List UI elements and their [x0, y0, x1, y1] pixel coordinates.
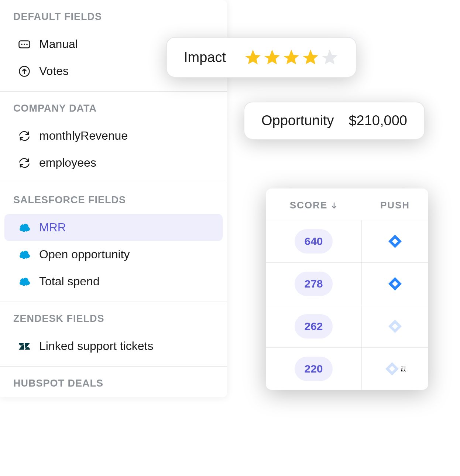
svg-point-2	[24, 44, 25, 45]
sidebar-item-label: MRR	[39, 221, 66, 234]
svg-point-1	[21, 44, 23, 45]
table-row: 262	[266, 305, 428, 348]
score-cell: 262	[266, 305, 362, 347]
section-header: COMPANY DATA	[0, 92, 227, 122]
jira-icon	[387, 318, 403, 334]
sidebar-item-label: Votes	[39, 64, 69, 78]
push-cell[interactable]	[362, 263, 428, 305]
sidebar-item-label: monthlyRevenue	[39, 129, 128, 143]
arrow-up-circle-icon	[18, 65, 31, 78]
section-hubspot-deals: HUBSPOT DEALS	[0, 367, 227, 397]
manual-icon	[18, 38, 31, 51]
star-icon	[282, 48, 301, 67]
jira-icon	[384, 361, 400, 377]
column-header-label: PUSH	[380, 200, 410, 211]
score-push-table: SCORE PUSH 640 278	[266, 188, 428, 390]
section-header: ZENDESK FIELDS	[0, 302, 227, 333]
jira-icon	[387, 233, 403, 249]
score-badge: 220	[295, 357, 332, 381]
sidebar-item-label: Linked support tickets	[39, 339, 154, 353]
sidebar-item-open-opportunity[interactable]: Open opportunity	[4, 241, 223, 268]
section-header: HUBSPOT DEALS	[0, 367, 227, 397]
sync-icon	[18, 129, 31, 143]
star-icon	[320, 48, 339, 67]
push-cell[interactable]	[362, 220, 428, 262]
score-cell: 640	[266, 220, 362, 262]
star-icon	[244, 48, 262, 67]
table-header: SCORE PUSH	[266, 188, 428, 220]
opportunity-value: $210,000	[349, 113, 407, 129]
score-badge: 262	[295, 314, 332, 339]
star-rating[interactable]	[244, 48, 339, 67]
score-badge: 640	[295, 229, 332, 254]
arrow-down-icon	[330, 202, 338, 209]
salesforce-icon	[18, 248, 31, 261]
opportunity-pill: Opportunity $210,000	[244, 102, 425, 140]
sidebar-item-label: Total spend	[39, 275, 100, 288]
salesforce-icon	[18, 221, 31, 234]
section-zendesk-fields: ZENDESK FIELDS Linked support tickets	[0, 302, 227, 366]
section-salesforce-fields: SALESFORCE FIELDS MRR Open opportunity	[0, 183, 227, 302]
push-cell[interactable]: 깂	[362, 348, 428, 390]
sidebar-item-total-spend[interactable]: Total spend	[4, 268, 223, 295]
salesforce-icon	[18, 275, 31, 288]
impact-pill: Impact	[166, 37, 357, 78]
sidebar-item-label: employees	[39, 156, 96, 170]
score-cell: 278	[266, 263, 362, 305]
sidebar-item-mrr[interactable]: MRR	[4, 214, 223, 241]
svg-point-3	[26, 44, 28, 45]
section-header: DEFAULT FIELDS	[0, 0, 227, 31]
star-icon	[301, 48, 320, 67]
table-body: 640 278 262	[266, 220, 428, 390]
section-company-data: COMPANY DATA monthlyRevenue	[0, 92, 227, 183]
zendesk-icon	[18, 340, 31, 353]
score-cell: 220	[266, 348, 362, 390]
section-header: SALESFORCE FIELDS	[0, 183, 227, 214]
sidebar-item-label: Manual	[39, 37, 78, 51]
sync-icon	[18, 156, 31, 170]
sidebar-item-employees[interactable]: employees	[4, 149, 223, 176]
star-icon	[263, 48, 281, 67]
opportunity-label: Opportunity	[261, 113, 334, 129]
sidebar-item-monthly-revenue[interactable]: monthlyRevenue	[4, 122, 223, 149]
impact-label: Impact	[184, 50, 226, 65]
push-cell[interactable]	[362, 305, 428, 347]
column-header-score[interactable]: SCORE	[266, 200, 362, 211]
table-row: 640	[266, 220, 428, 263]
column-header-push[interactable]: PUSH	[362, 200, 428, 211]
sidebar-item-label: Open opportunity	[39, 248, 130, 261]
sidebar-item-linked-support-tickets[interactable]: Linked support tickets	[4, 333, 223, 360]
column-header-label: SCORE	[290, 200, 327, 211]
score-badge: 278	[295, 272, 332, 296]
table-row: 220 깂	[266, 348, 428, 390]
jira-icon	[387, 276, 403, 292]
table-row: 278	[266, 263, 428, 305]
